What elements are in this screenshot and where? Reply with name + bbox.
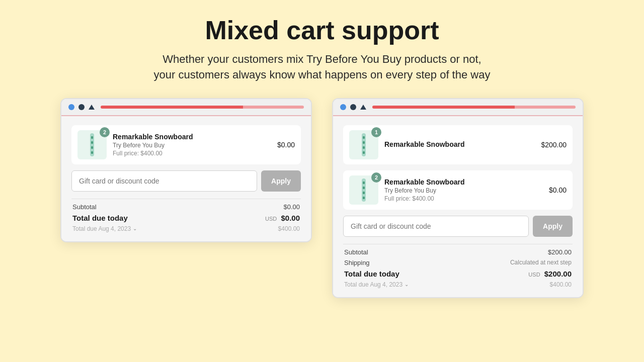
- left-total-amount: $0.00: [281, 214, 300, 222]
- dot-navy-right: [350, 104, 356, 110]
- svg-rect-1: [91, 136, 93, 139]
- left-item-badge: 2: [100, 127, 110, 137]
- right-chevron-icon: ⌄: [405, 282, 409, 287]
- right-item2-info: Remarkable Snowboard Try Before You Buy …: [384, 178, 543, 202]
- right-shipping-label: Shipping: [344, 259, 370, 266]
- left-apply-button[interactable]: Apply: [261, 170, 301, 192]
- left-subtotal-label: Subtotal: [72, 203, 97, 211]
- right-shipping-value: Calculated at next step: [510, 259, 572, 266]
- left-divider: [71, 199, 301, 199]
- right-item2-tag: Try Before You Buy: [384, 187, 543, 194]
- left-subtotal-row: Subtotal $0.00: [71, 203, 301, 211]
- hero-subtitle: Whether your customers mix Try Before Yo…: [154, 52, 491, 83]
- right-apply-button[interactable]: Apply: [533, 216, 573, 237]
- left-item-info: Remarkable Snowboard Try Before You Buy …: [113, 133, 271, 157]
- left-chevron-icon: ⌄: [133, 226, 137, 231]
- left-total-value: USD $0.00: [265, 214, 300, 222]
- svg-rect-3: [91, 146, 93, 149]
- hero-title: Mixed cart support: [154, 16, 491, 45]
- left-total-usd: USD: [265, 216, 277, 222]
- right-total-value: USD $200.00: [528, 269, 572, 278]
- right-item2-image-wrap: 2: [349, 175, 378, 205]
- right-due-date-label: Total due Aug 4, 2023 ⌄: [344, 281, 409, 288]
- right-due-date-value: $400.00: [550, 281, 572, 288]
- right-titlebar: [333, 99, 583, 116]
- right-browser-content: 1 Remarkable Snowboard $200.00: [333, 116, 583, 297]
- svg-rect-11: [363, 182, 365, 184]
- right-item2-price: $0.00: [549, 186, 567, 194]
- svg-rect-6: [363, 136, 365, 139]
- svg-rect-13: [363, 192, 365, 194]
- right-browser-window: 1 Remarkable Snowboard $200.00: [332, 98, 584, 298]
- right-cart-item-1: 1 Remarkable Snowboard $200.00: [343, 125, 573, 164]
- left-total-row: Total due today USD $0.00: [71, 214, 301, 222]
- svg-rect-12: [363, 187, 365, 189]
- left-item-price: $0.00: [277, 141, 295, 149]
- left-cart-item: 2 Remarkable Snowboard Try Before You B: [71, 125, 301, 164]
- snowboard-icon-left: [85, 132, 99, 157]
- right-subtotal-row: Subtotal $200.00: [343, 248, 573, 256]
- right-item2-badge: 2: [371, 172, 381, 183]
- snowboard-icon-right-1: [357, 132, 371, 157]
- left-subtotal-value: $0.00: [283, 203, 300, 211]
- dot-triangle-left: [89, 105, 95, 110]
- left-discount-input[interactable]: [71, 170, 257, 192]
- cards-row: 2 Remarkable Snowboard Try Before You B: [30, 98, 614, 298]
- snowboard-icon-right-2: [357, 177, 371, 203]
- dot-navy-left: [78, 104, 85, 110]
- left-item-tag: Try Before You Buy: [113, 142, 271, 149]
- right-total-label: Total due today: [344, 269, 399, 278]
- right-item1-name: Remarkable Snowboard: [384, 140, 535, 148]
- left-browser-window: 2 Remarkable Snowboard Try Before You B: [60, 98, 312, 242]
- svg-rect-8: [363, 146, 365, 149]
- right-discount-input[interactable]: [343, 216, 529, 237]
- right-total-row: Total due today USD $200.00: [343, 269, 573, 278]
- svg-rect-14: [363, 197, 365, 199]
- right-shipping-row: Shipping Calculated at next step: [343, 259, 573, 266]
- left-item-image-wrap: 2: [77, 130, 107, 159]
- right-subtotal-value: $200.00: [548, 248, 572, 256]
- left-due-date-row: Total due Aug 4, 2023 ⌄ $400.00: [71, 225, 301, 232]
- hero-section: Mixed cart support Whether your customer…: [134, 0, 511, 93]
- right-item2-name: Remarkable Snowboard: [384, 178, 543, 186]
- left-item-name: Remarkable Snowboard: [113, 133, 271, 141]
- progress-bar-left: [101, 106, 304, 109]
- left-discount-row: Apply: [71, 170, 301, 192]
- left-total-label: Total due today: [72, 214, 128, 222]
- progress-bar-right: [372, 106, 576, 109]
- left-item-full-price: Full price: $400.00: [113, 150, 271, 157]
- right-total-usd: USD: [528, 272, 540, 278]
- svg-rect-9: [363, 151, 365, 154]
- svg-rect-2: [91, 141, 93, 144]
- hero-subtitle-line1: Whether your customers mix Try Before Yo…: [163, 53, 481, 65]
- right-item1-price: $200.00: [541, 141, 567, 149]
- svg-rect-7: [363, 141, 365, 144]
- svg-rect-4: [91, 151, 93, 154]
- right-divider: [343, 244, 573, 244]
- right-subtotal-label: Subtotal: [344, 248, 368, 256]
- dot-blue-right: [340, 104, 346, 110]
- right-item1-info: Remarkable Snowboard: [384, 140, 535, 149]
- left-titlebar: [61, 99, 311, 116]
- left-browser-content: 2 Remarkable Snowboard Try Before You B: [61, 116, 311, 241]
- dot-blue-left: [68, 104, 74, 110]
- dot-triangle-right: [360, 105, 366, 110]
- right-total-amount: $200.00: [544, 269, 572, 278]
- right-discount-row: Apply: [343, 216, 573, 237]
- hero-subtitle-line2: your customers always know what happens …: [154, 68, 491, 81]
- right-item2-full-price: Full price: $400.00: [384, 195, 543, 202]
- right-item1-badge: 1: [371, 127, 381, 137]
- left-due-date-value: $400.00: [278, 225, 300, 232]
- right-cart-item-2: 2 Remarkable Snowboard Try Before You B: [343, 170, 573, 210]
- right-item1-image-wrap: 1: [349, 130, 378, 159]
- left-due-date-label: Total due Aug 4, 2023 ⌄: [72, 225, 137, 232]
- right-due-date-row: Total due Aug 4, 2023 ⌄ $400.00: [343, 281, 573, 288]
